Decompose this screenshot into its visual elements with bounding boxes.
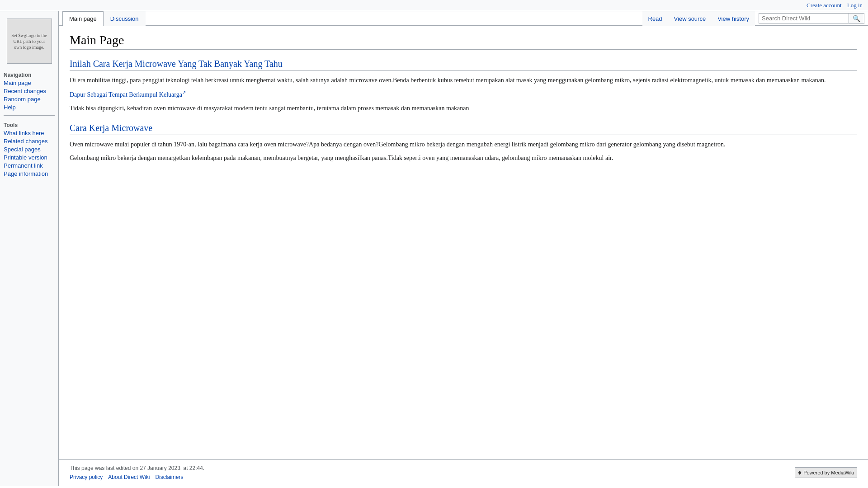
tab-discussion[interactable]: Discussion <box>104 11 146 26</box>
section1-paragraph1: Di era mobilitas tinggi, para penggiat t… <box>70 75 857 85</box>
sidebar-item-permanent-link[interactable]: Permanent link <box>4 162 55 170</box>
tab-actions: Read View source View history 🔍 <box>642 11 868 25</box>
section1-link-paragraph: Dapur Sebagai Tempat Berkumpul Keluarga <box>70 89 857 100</box>
section2-paragraph2: Gelombang mikro bekerja dengan menargetk… <box>70 153 857 163</box>
layout: Set $wgLogo to the URL path to your own … <box>0 11 868 486</box>
tools-list: What links here Related changes Special … <box>0 129 58 178</box>
sidebar-item-related-changes[interactable]: Related changes <box>4 137 55 145</box>
search-button[interactable]: 🔍 <box>849 13 864 24</box>
tools-section-title: Tools <box>0 119 58 129</box>
log-in-link[interactable]: Log in <box>847 2 863 9</box>
footer-links: Privacy policy About Direct Wiki Disclai… <box>70 474 204 480</box>
sidebar-item-page-information[interactable]: Page information <box>4 170 55 178</box>
about-link[interactable]: About Direct Wiki <box>108 474 150 480</box>
footer-left: This page was last edited on 27 January … <box>70 465 204 480</box>
tab-view-source[interactable]: View source <box>668 11 712 26</box>
disclaimers-link[interactable]: Disclaimers <box>155 474 183 480</box>
page-title: Main Page <box>70 33 857 50</box>
search-form: 🔍 <box>759 13 864 24</box>
site-logo: Set $wgLogo to the URL path to your own … <box>7 19 52 64</box>
tab-view-history[interactable]: View history <box>712 11 755 26</box>
last-edited-text: This page was last edited on 27 January … <box>70 465 204 471</box>
tab-bar: Main page Discussion Read View source Vi… <box>59 11 868 26</box>
section1-paragraph2: Tidak bisa dipungkiri, kehadiran oven mi… <box>70 103 857 113</box>
section2-heading: Cara Kerja Microwave <box>70 123 857 135</box>
powered-by-text: Powered by MediaWiki <box>803 470 854 475</box>
sidebar-item-what-links-here[interactable]: What links here <box>4 129 55 137</box>
sidebar-item-help[interactable]: Help <box>4 103 55 112</box>
tab-read[interactable]: Read <box>642 11 668 26</box>
section1-link[interactable]: Dapur Sebagai Tempat Berkumpul Keluarga <box>70 91 186 98</box>
sidebar-item-random-page[interactable]: Random page <box>4 95 55 103</box>
section1-heading: Inilah Cara Kerja Microwave Yang Tak Ban… <box>70 59 857 71</box>
navigation-list: Main page Recent changes Random page Hel… <box>0 79 58 112</box>
sidebar-item-printable-version[interactable]: Printable version <box>4 154 55 162</box>
sidebar-divider <box>4 115 55 116</box>
section2-paragraph1: Oven microwave mulai populer di tahun 19… <box>70 140 857 150</box>
external-link-icon <box>182 91 186 98</box>
main-area: Main page Discussion Read View source Vi… <box>59 11 868 486</box>
sidebar: Set $wgLogo to the URL path to your own … <box>0 11 59 486</box>
create-account-link[interactable]: Create account <box>807 2 842 9</box>
sidebar-item-recent-changes[interactable]: Recent changes <box>4 87 55 95</box>
mediawiki-icon: ♦ <box>798 469 802 477</box>
search-input[interactable] <box>759 13 849 23</box>
footer-powered: ♦ Powered by MediaWiki <box>795 467 857 478</box>
privacy-policy-link[interactable]: Privacy policy <box>70 474 103 480</box>
sidebar-item-special-pages[interactable]: Special pages <box>4 145 55 154</box>
sidebar-item-main-page[interactable]: Main page <box>4 79 55 87</box>
footer: This page was last edited on 27 January … <box>59 459 868 486</box>
tab-main-page[interactable]: Main page <box>62 11 104 26</box>
mediawiki-badge: ♦ Powered by MediaWiki <box>795 467 857 478</box>
top-bar: Create account Log in <box>0 0 868 11</box>
navigation-section-title: Navigation <box>0 69 58 79</box>
content-area: Main Page Inilah Cara Kerja Microwave Ya… <box>59 26 868 459</box>
